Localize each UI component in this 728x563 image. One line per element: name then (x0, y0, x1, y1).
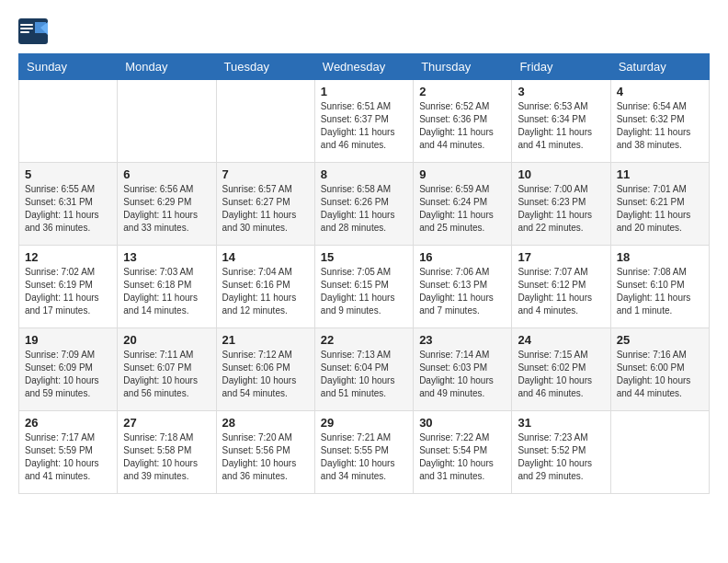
calendar-cell: 5Sunrise: 6:55 AM Sunset: 6:31 PM Daylig… (19, 163, 118, 246)
day-number: 9 (419, 167, 506, 181)
calendar-cell: 23Sunrise: 7:14 AM Sunset: 6:03 PM Dayli… (414, 328, 512, 411)
calendar-cell: 20Sunrise: 7:11 AM Sunset: 6:07 PM Dayli… (118, 328, 216, 411)
day-number: 3 (518, 85, 604, 98)
day-number: 22 (321, 333, 407, 347)
day-number: 4 (617, 85, 703, 98)
day-number: 17 (518, 250, 604, 264)
day-info: Sunrise: 7:21 AM Sunset: 5:55 PM Dayligh… (321, 431, 407, 483)
day-number: 29 (321, 416, 407, 430)
calendar-cell: 27Sunrise: 7:18 AM Sunset: 5:58 PM Dayli… (118, 411, 216, 494)
day-number: 24 (518, 333, 604, 347)
day-info: Sunrise: 7:07 AM Sunset: 6:12 PM Dayligh… (518, 266, 604, 317)
day-number: 28 (222, 416, 309, 430)
calendar-cell: 21Sunrise: 7:12 AM Sunset: 6:06 PM Dayli… (216, 328, 314, 411)
day-info: Sunrise: 6:59 AM Sunset: 6:24 PM Dayligh… (419, 183, 506, 235)
weekday-header-sunday: Sunday (19, 54, 118, 80)
day-number: 21 (222, 333, 309, 347)
calendar-cell: 12Sunrise: 7:02 AM Sunset: 6:19 PM Dayli… (19, 246, 118, 328)
day-info: Sunrise: 7:00 AM Sunset: 6:23 PM Dayligh… (518, 183, 604, 235)
day-info: Sunrise: 6:54 AM Sunset: 6:32 PM Dayligh… (617, 100, 703, 152)
weekday-header-saturday: Saturday (610, 54, 709, 80)
calendar: SundayMondayTuesdayWednesdayThursdayFrid… (18, 53, 710, 494)
day-number: 19 (25, 333, 111, 347)
calendar-cell: 3Sunrise: 6:53 AM Sunset: 6:34 PM Daylig… (512, 80, 610, 163)
day-number: 26 (25, 416, 111, 430)
calendar-cell: 2Sunrise: 6:52 AM Sunset: 6:36 PM Daylig… (414, 80, 512, 163)
day-info: Sunrise: 7:08 AM Sunset: 6:10 PM Dayligh… (617, 266, 703, 317)
week-row-1: 1Sunrise: 6:51 AM Sunset: 6:37 PM Daylig… (19, 80, 710, 163)
day-info: Sunrise: 7:17 AM Sunset: 5:59 PM Dayligh… (25, 431, 111, 483)
calendar-cell: 10Sunrise: 7:00 AM Sunset: 6:23 PM Dayli… (512, 163, 610, 246)
svg-rect-3 (20, 24, 33, 26)
calendar-cell (118, 80, 216, 163)
calendar-cell: 8Sunrise: 6:58 AM Sunset: 6:26 PM Daylig… (314, 163, 413, 246)
logo-icon (18, 18, 48, 44)
day-number: 11 (617, 167, 703, 181)
calendar-cell: 22Sunrise: 7:13 AM Sunset: 6:04 PM Dayli… (314, 328, 413, 411)
day-info: Sunrise: 6:52 AM Sunset: 6:36 PM Dayligh… (419, 100, 506, 152)
day-info: Sunrise: 7:12 AM Sunset: 6:06 PM Dayligh… (222, 349, 309, 400)
day-info: Sunrise: 7:02 AM Sunset: 6:19 PM Dayligh… (25, 266, 111, 317)
calendar-cell: 9Sunrise: 6:59 AM Sunset: 6:24 PM Daylig… (414, 163, 512, 246)
calendar-cell: 26Sunrise: 7:17 AM Sunset: 5:59 PM Dayli… (19, 411, 118, 494)
calendar-cell: 31Sunrise: 7:23 AM Sunset: 5:52 PM Dayli… (512, 411, 610, 494)
day-info: Sunrise: 7:13 AM Sunset: 6:04 PM Dayligh… (321, 349, 407, 400)
week-row-2: 5Sunrise: 6:55 AM Sunset: 6:31 PM Daylig… (19, 163, 710, 246)
calendar-cell: 19Sunrise: 7:09 AM Sunset: 6:09 PM Dayli… (19, 328, 118, 411)
day-number: 10 (518, 167, 604, 181)
weekday-header-row: SundayMondayTuesdayWednesdayThursdayFrid… (19, 54, 710, 80)
day-info: Sunrise: 6:58 AM Sunset: 6:26 PM Dayligh… (321, 183, 407, 235)
day-info: Sunrise: 6:51 AM Sunset: 6:37 PM Dayligh… (321, 100, 407, 152)
day-info: Sunrise: 7:18 AM Sunset: 5:58 PM Dayligh… (123, 431, 210, 483)
day-info: Sunrise: 7:04 AM Sunset: 6:16 PM Dayligh… (222, 266, 309, 317)
calendar-cell (216, 80, 314, 163)
day-number: 8 (321, 167, 407, 181)
day-info: Sunrise: 7:03 AM Sunset: 6:18 PM Dayligh… (123, 266, 210, 317)
weekday-header-tuesday: Tuesday (216, 54, 314, 80)
calendar-cell: 4Sunrise: 6:54 AM Sunset: 6:32 PM Daylig… (610, 80, 709, 163)
day-number: 13 (123, 250, 210, 264)
day-info: Sunrise: 6:57 AM Sunset: 6:27 PM Dayligh… (222, 183, 309, 235)
svg-rect-4 (20, 28, 33, 29)
day-number: 5 (25, 167, 111, 181)
calendar-cell (19, 80, 118, 163)
day-number: 20 (123, 333, 210, 347)
calendar-cell: 15Sunrise: 7:05 AM Sunset: 6:15 PM Dayli… (314, 246, 413, 328)
week-row-3: 12Sunrise: 7:02 AM Sunset: 6:19 PM Dayli… (19, 246, 710, 328)
page: SundayMondayTuesdayWednesdayThursdayFrid… (0, 0, 728, 503)
calendar-cell: 29Sunrise: 7:21 AM Sunset: 5:55 PM Dayli… (314, 411, 413, 494)
day-number: 6 (123, 167, 210, 181)
week-row-4: 19Sunrise: 7:09 AM Sunset: 6:09 PM Dayli… (19, 328, 710, 411)
day-info: Sunrise: 7:01 AM Sunset: 6:21 PM Dayligh… (617, 183, 703, 235)
day-info: Sunrise: 7:11 AM Sunset: 6:07 PM Dayligh… (123, 349, 210, 400)
day-info: Sunrise: 7:15 AM Sunset: 6:02 PM Dayligh… (518, 349, 604, 400)
day-info: Sunrise: 6:56 AM Sunset: 6:29 PM Dayligh… (123, 183, 210, 235)
calendar-cell: 30Sunrise: 7:22 AM Sunset: 5:54 PM Dayli… (414, 411, 512, 494)
calendar-cell: 11Sunrise: 7:01 AM Sunset: 6:21 PM Dayli… (610, 163, 709, 246)
calendar-cell: 14Sunrise: 7:04 AM Sunset: 6:16 PM Dayli… (216, 246, 314, 328)
day-info: Sunrise: 6:53 AM Sunset: 6:34 PM Dayligh… (518, 100, 604, 152)
calendar-cell: 6Sunrise: 6:56 AM Sunset: 6:29 PM Daylig… (118, 163, 216, 246)
day-info: Sunrise: 7:20 AM Sunset: 5:56 PM Dayligh… (222, 431, 309, 483)
day-number: 30 (419, 416, 506, 430)
svg-rect-5 (20, 31, 29, 33)
day-info: Sunrise: 7:09 AM Sunset: 6:09 PM Dayligh… (25, 349, 111, 400)
week-row-5: 26Sunrise: 7:17 AM Sunset: 5:59 PM Dayli… (19, 411, 710, 494)
day-number: 7 (222, 167, 309, 181)
day-info: Sunrise: 7:05 AM Sunset: 6:15 PM Dayligh… (321, 266, 407, 317)
weekday-header-thursday: Thursday (414, 54, 512, 80)
day-number: 31 (518, 416, 604, 430)
day-number: 23 (419, 333, 506, 347)
day-number: 2 (419, 85, 506, 98)
day-info: Sunrise: 7:14 AM Sunset: 6:03 PM Dayligh… (419, 349, 506, 400)
calendar-cell: 13Sunrise: 7:03 AM Sunset: 6:18 PM Dayli… (118, 246, 216, 328)
day-number: 25 (617, 333, 703, 347)
calendar-cell: 17Sunrise: 7:07 AM Sunset: 6:12 PM Dayli… (512, 246, 610, 328)
calendar-cell: 24Sunrise: 7:15 AM Sunset: 6:02 PM Dayli… (512, 328, 610, 411)
weekday-header-wednesday: Wednesday (314, 54, 413, 80)
calendar-cell: 1Sunrise: 6:51 AM Sunset: 6:37 PM Daylig… (314, 80, 413, 163)
calendar-cell: 16Sunrise: 7:06 AM Sunset: 6:13 PM Dayli… (414, 246, 512, 328)
day-number: 27 (123, 416, 210, 430)
calendar-cell (610, 411, 709, 494)
calendar-cell: 7Sunrise: 6:57 AM Sunset: 6:27 PM Daylig… (216, 163, 314, 246)
